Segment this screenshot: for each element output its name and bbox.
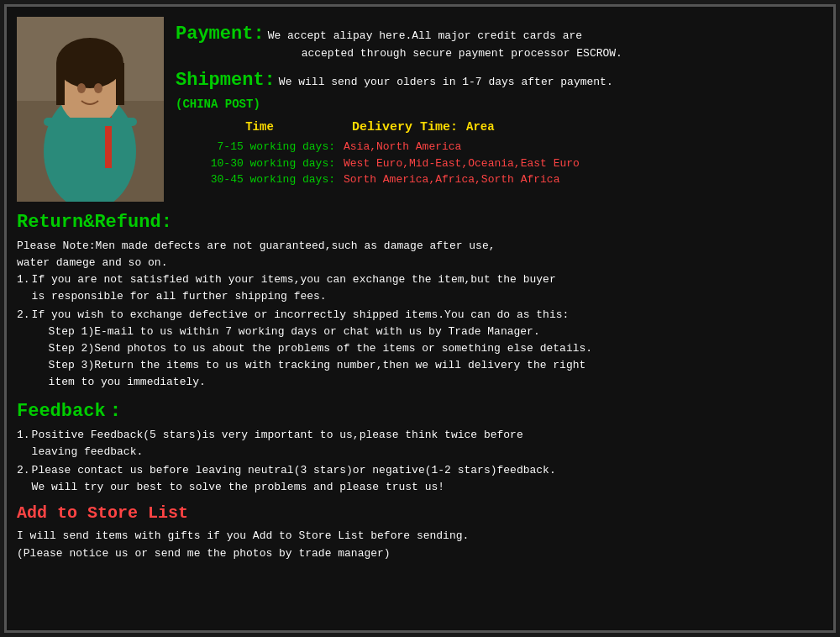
feedback-item-2: 2. Please contact us before leaving neut… [17,462,823,496]
return-title: Return&Refund: [17,208,823,236]
delivery-area-3: Sorth America,Africa,Sorth Africa [344,171,823,188]
delivery-time-1: 7-15 working days: [176,139,344,155]
feedback-section: Feedback： 1. Positive Feedback(5 stars)i… [17,397,823,496]
shipment-detail: We will send your olders in 1-7 days aft… [279,74,613,92]
store-text-1: I will send items with gifts if you Add … [17,528,823,545]
feedback-item-1-content: Positive Feedback(5 stars)is very import… [32,427,523,461]
return-note: Please Note:Men made defects are not gua… [17,238,823,271]
delivery-time-2: 10-30 working days: [176,155,344,172]
china-post-label: (CHINA POST) [176,96,823,113]
delivery-time-header: Time [176,118,344,138]
svg-point-6 [56,38,123,88]
delivery-row-1: 7-15 working days: Asia,North America [176,139,823,155]
delivery-label: Delivery Time: [352,118,458,138]
svg-point-9 [77,83,86,93]
delivery-area-2: West Euro,Mid-East,Oceania,East Euro [344,155,823,172]
shipment-section: Shipment: We will send your olders in 1-… [176,66,823,94]
store-section: Add to Store List I will send items with… [17,501,823,561]
top-section: Payment: We accept alipay here.All major… [17,17,823,202]
svg-rect-8 [116,63,124,105]
store-title: Add to Store List [17,501,823,526]
payment-section: Payment: We accept alipay here.All major… [176,20,823,63]
content-area: Payment: We accept alipay here.All major… [17,17,823,620]
return-item-2-content: If you wish to exchange defective or inc… [32,307,593,392]
store-text-2: (Please notice us or send me the photos … [17,545,823,562]
delivery-header: Time Delivery Time: Area [176,118,823,138]
feedback-item-2-content: Please contact us before leaving neutral… [32,462,556,496]
svg-point-10 [94,83,102,93]
delivery-area-1: Asia,North America [344,139,823,155]
page-container: Payment: We accept alipay here.All major… [4,4,836,633]
return-item-2: 2. If you wish to exchange defective or … [17,307,823,392]
delivery-area-header: Area [458,118,823,136]
return-item-1: 1. If you are not satisfied with your it… [17,271,823,305]
feedback-item-1: 1. Positive Feedback(5 stars)is very imp… [17,427,823,461]
delivery-time-3: 30-45 working days: [176,171,344,188]
shipment-label: Shipment: [176,66,276,94]
svg-rect-7 [56,63,65,105]
delivery-row-2: 10-30 working days: West Euro,Mid-East,O… [176,155,823,172]
feedback-title: Feedback： [17,397,823,425]
payment-detail: We accept alipay here.All major credit c… [268,28,622,63]
payment-label: Payment: [176,20,265,48]
return-refund-section: Return&Refund: Please Note:Men made defe… [17,208,823,391]
delivery-section: Time Delivery Time: Area 7-15 working da… [176,118,823,188]
top-text-area: Payment: We accept alipay here.All major… [176,17,823,202]
profile-image [17,17,164,202]
delivery-row-3: 30-45 working days: Sorth America,Africa… [176,171,823,188]
return-item-1-content: If you are not satisfied with your items… [32,271,556,305]
svg-rect-11 [44,118,137,126]
